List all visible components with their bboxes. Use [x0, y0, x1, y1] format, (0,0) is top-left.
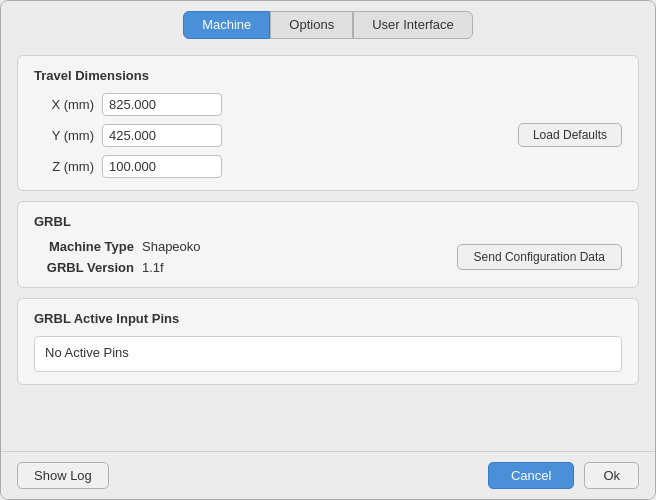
- grbl-version-label: GRBL Version: [34, 260, 134, 275]
- tab-machine[interactable]: Machine: [183, 11, 270, 39]
- active-pins-panel: GRBL Active Input Pins No Active Pins: [17, 298, 639, 385]
- y-input[interactable]: [102, 124, 222, 147]
- dimension-row-z: Z (mm): [34, 155, 622, 178]
- main-window: Machine Options User Interface Travel Di…: [0, 0, 656, 500]
- grbl-inner: Machine Type Shapeoko GRBL Version 1.1f …: [34, 239, 622, 275]
- grbl-info: Machine Type Shapeoko GRBL Version 1.1f: [34, 239, 201, 275]
- machine-type-value: Shapeoko: [142, 239, 201, 254]
- z-input[interactable]: [102, 155, 222, 178]
- x-label: X (mm): [34, 97, 94, 112]
- grbl-title: GRBL: [34, 214, 622, 229]
- footer: Show Log Cancel Ok: [1, 451, 655, 499]
- travel-dimensions-panel: Travel Dimensions X (mm) Y (mm) Z (mm) L…: [17, 55, 639, 191]
- send-configuration-button[interactable]: Send Configuration Data: [457, 244, 622, 270]
- grbl-version-value: 1.1f: [142, 260, 164, 275]
- dimension-row-x: X (mm): [34, 93, 622, 116]
- y-label: Y (mm): [34, 128, 94, 143]
- cancel-button[interactable]: Cancel: [488, 462, 574, 489]
- tab-options[interactable]: Options: [270, 11, 353, 39]
- active-pins-title: GRBL Active Input Pins: [34, 311, 622, 326]
- show-log-button[interactable]: Show Log: [17, 462, 109, 489]
- z-label: Z (mm): [34, 159, 94, 174]
- machine-type-label: Machine Type: [34, 239, 134, 254]
- active-pins-value: No Active Pins: [34, 336, 622, 372]
- dimensions-grid: X (mm) Y (mm) Z (mm) Load Defaults: [34, 93, 622, 178]
- grbl-version-row: GRBL Version 1.1f: [34, 260, 201, 275]
- ok-button[interactable]: Ok: [584, 462, 639, 489]
- grbl-panel: GRBL Machine Type Shapeoko GRBL Version …: [17, 201, 639, 288]
- tab-user-interface[interactable]: User Interface: [353, 11, 473, 39]
- x-input[interactable]: [102, 93, 222, 116]
- content-area: Travel Dimensions X (mm) Y (mm) Z (mm) L…: [1, 47, 655, 452]
- travel-dimensions-title: Travel Dimensions: [34, 68, 622, 83]
- tab-bar: Machine Options User Interface: [1, 1, 655, 47]
- footer-right: Cancel Ok: [488, 462, 639, 489]
- load-defaults-button[interactable]: Load Defaults: [518, 123, 622, 147]
- machine-type-row: Machine Type Shapeoko: [34, 239, 201, 254]
